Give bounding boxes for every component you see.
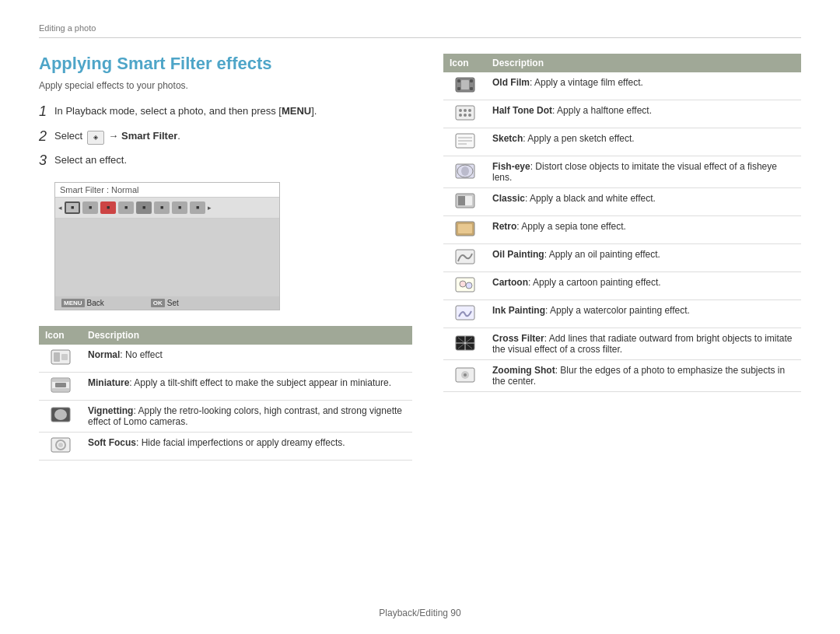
set-button: OK Set (151, 299, 179, 307)
svg-point-11 (58, 443, 63, 447)
svg-point-23 (464, 114, 467, 117)
svg-point-20 (464, 109, 467, 112)
right-effects-table: Icon Description Old Film: Apply a vinta… (443, 54, 801, 392)
camera-ui-footer: MENU Back OK Set (55, 296, 279, 310)
svg-point-21 (468, 109, 471, 112)
crossfilter-icon (443, 328, 486, 360)
table-row: Vignetting: Apply the retro-looking colo… (39, 400, 412, 432)
smart-filter-icon: ◈ (87, 131, 104, 145)
left-table-desc-header: Description (82, 326, 412, 345)
svg-rect-36 (458, 224, 472, 233)
menu-key-icon: MENU (61, 299, 85, 307)
classic-icon (443, 188, 486, 216)
table-row: Zooming Shot: Blur the edges of a photo … (443, 360, 801, 392)
svg-rect-13 (457, 79, 460, 82)
table-row: Cross Filter: Add lines that radiate out… (443, 328, 801, 360)
retro-icon (443, 216, 486, 244)
svg-point-22 (459, 114, 462, 117)
effect-description: Old Film: Apply a vintage film effect. (486, 72, 801, 100)
table-row: Old Film: Apply a vintage film effect. (443, 72, 801, 100)
effect-description: Zooming Shot: Blur the edges of a photo … (486, 360, 801, 392)
svg-rect-16 (470, 87, 473, 90)
effect-description: Normal: No effect (82, 345, 412, 373)
inkpainting-icon (443, 300, 486, 328)
table-row: Fish-eye: Distort close objects to imita… (443, 156, 801, 188)
filter-icon-7[interactable]: ■ (190, 201, 205, 214)
svg-point-40 (466, 282, 472, 289)
effect-description: Half Tone Dot: Apply a halftone effect. (486, 100, 801, 128)
filter-icon-selected[interactable]: ■ (65, 201, 80, 214)
effect-description: Miniature: Apply a tilt-shift effect to … (82, 372, 412, 400)
oldfilm-icon (443, 72, 486, 100)
effect-description: Vignetting: Apply the retro-looking colo… (82, 400, 412, 432)
subtitle: Apply special effects to your photos. (39, 80, 412, 91)
page-footer: Playback/Editing 90 (0, 608, 840, 618)
page-title: Applying Smart Filter effects (39, 54, 412, 74)
right-arrow-icon[interactable]: ▸ (208, 204, 212, 212)
filter-icon-4[interactable]: ■ (136, 201, 152, 214)
svg-rect-18 (456, 106, 474, 120)
camera-ui-header: Smart Filter : Normal (55, 183, 279, 198)
normal-icon (39, 345, 82, 373)
svg-rect-17 (461, 80, 469, 89)
camera-preview (55, 219, 279, 296)
camera-ui-mockup: Smart Filter : Normal ◂ ■ ■ ■ ■ ■ ■ ■ ■ … (54, 182, 280, 310)
svg-point-8 (54, 409, 67, 420)
effect-description: Ink Painting: Apply a watercolor paintin… (486, 300, 801, 328)
table-row: Miniature: Apply a tilt-shift effect to … (39, 372, 412, 400)
right-table-icon-header: Icon (443, 54, 486, 72)
svg-point-49 (464, 373, 467, 377)
right-table-desc-header: Description (486, 54, 801, 72)
breadcrumb: Editing a photo (39, 23, 801, 38)
back-button: MENU Back (61, 299, 104, 307)
effect-description: Retro: Apply a sepia tone effect. (486, 216, 801, 244)
oilpainting-icon (443, 244, 486, 272)
table-row: Cartoon: Apply a cartoon painting effect… (443, 272, 801, 300)
table-row: Half Tone Dot: Apply a halftone effect. (443, 100, 801, 128)
svg-rect-14 (457, 87, 460, 90)
filter-icon-2[interactable]: ■ (100, 201, 116, 214)
filter-icon-6[interactable]: ■ (172, 201, 187, 214)
svg-rect-34 (458, 196, 465, 205)
left-arrow-icon[interactable]: ◂ (58, 204, 62, 212)
cartoon-icon (443, 272, 486, 300)
svg-point-31 (461, 166, 469, 176)
table-row: Retro: Apply a sepia tone effect. (443, 216, 801, 244)
step-1: 1 In Playback mode, select a photo, and … (39, 103, 412, 121)
table-row: Classic: Apply a black and white effect. (443, 188, 801, 216)
softfocus-icon (39, 432, 82, 460)
table-row: Normal: No effect (39, 345, 412, 373)
svg-rect-2 (61, 354, 68, 360)
zoomingshot-icon (443, 360, 486, 392)
miniature-icon (39, 372, 82, 400)
svg-rect-4 (52, 378, 69, 382)
svg-rect-1 (54, 352, 60, 362)
left-effects-table: Icon Description Normal: No effectMiniat… (39, 326, 412, 461)
svg-point-19 (459, 109, 462, 112)
camera-ui-icon-strip: ◂ ■ ■ ■ ■ ■ ■ ■ ■ ▸ (55, 198, 279, 219)
svg-point-39 (460, 281, 466, 287)
filter-icon-3[interactable]: ■ (118, 201, 134, 214)
vignetting-icon (39, 400, 82, 432)
ok-key-icon: OK (151, 299, 165, 307)
table-row: Oil Painting: Apply an oil painting effe… (443, 244, 801, 272)
effect-description: Classic: Apply a black and white effect. (486, 188, 801, 216)
table-row: Soft Focus: Hide facial imperfections or… (39, 432, 412, 460)
svg-rect-6 (55, 383, 66, 387)
steps-list: 1 In Playback mode, select a photo, and … (39, 103, 412, 170)
svg-rect-15 (470, 79, 473, 82)
effect-description: Soft Focus: Hide facial imperfections or… (82, 432, 412, 460)
effect-description: Cross Filter: Add lines that radiate out… (486, 328, 801, 360)
effect-description: Fish-eye: Distort close objects to imita… (486, 156, 801, 188)
left-table-icon-header: Icon (39, 326, 82, 345)
effect-description: Cartoon: Apply a cartoon painting effect… (486, 272, 801, 300)
step-2: 2 Select ◈ → Smart Filter. (39, 128, 412, 145)
fisheye-icon (443, 156, 486, 188)
filter-icon-1[interactable]: ■ (82, 201, 98, 214)
sketch-icon (443, 128, 486, 156)
svg-rect-5 (52, 388, 69, 392)
svg-point-24 (468, 114, 471, 117)
filter-icon-5[interactable]: ■ (154, 201, 170, 214)
effect-description: Sketch: Apply a pen sketch effect. (486, 128, 801, 156)
step-3: 3 Select an effect. (39, 152, 412, 170)
